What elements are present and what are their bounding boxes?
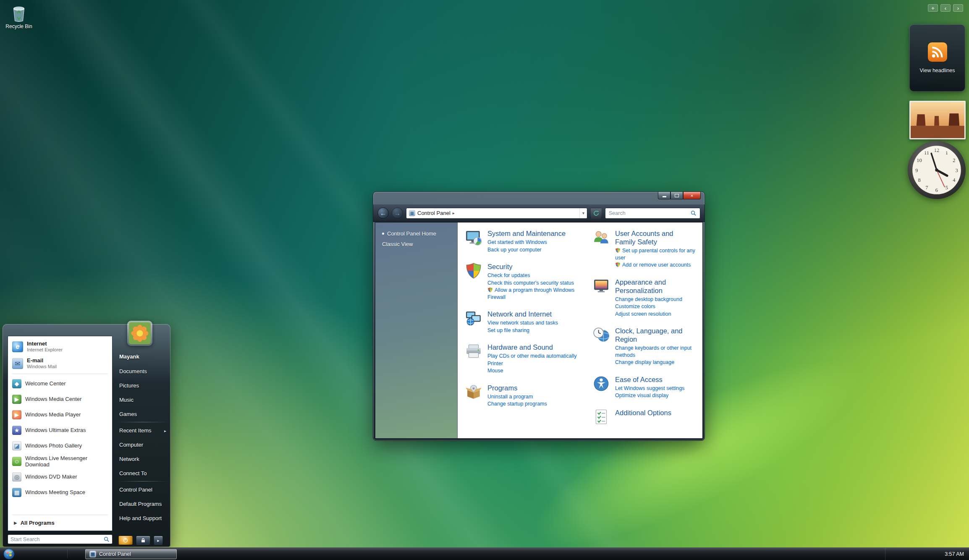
start-menu-right-item[interactable]: Music [116, 393, 170, 407]
all-programs[interactable]: ▶ All Programs [8, 517, 112, 529]
quick-launch-icon[interactable] [55, 550, 63, 558]
start-menu-right-item[interactable]: Connect To [116, 466, 170, 480]
back-button[interactable]: ← [377, 207, 389, 219]
address-bar[interactable]: ▦ Control Panel ▸ ▾ [406, 208, 587, 219]
start-menu-item[interactable]: ◪ Windows Photo Gallery [8, 438, 112, 453]
start-menu-right-item[interactable]: Games [116, 407, 170, 421]
category-title-link[interactable]: Programs [487, 384, 547, 392]
category-task-link[interactable]: Printer [487, 360, 577, 367]
category-title-link[interactable]: Hardware and Sound [487, 343, 577, 351]
shutdown-options-arrow[interactable]: ▸ [154, 536, 163, 545]
category-task-link[interactable]: Adjust screen resolution [615, 311, 695, 318]
category-task-link[interactable]: Uninstall a program [487, 393, 547, 400]
taskbar-clock[interactable]: 3:57 AM [943, 551, 969, 557]
breadcrumb-chevron-icon[interactable]: ▸ [453, 211, 455, 215]
add-gadget-button[interactable]: + [928, 4, 938, 12]
address-dropdown-icon[interactable]: ▾ [579, 208, 584, 218]
tray-icon[interactable] [932, 550, 940, 557]
breadcrumb-item[interactable]: Control Panel [417, 210, 450, 216]
start-menu-item[interactable]: ▶ Windows Media Center [8, 391, 112, 407]
user-name[interactable]: Mayank [116, 351, 170, 364]
start-menu-pinned-item[interactable]: ✉ E-mail Windows Mail [8, 355, 112, 372]
category-task-link[interactable]: Change desktop background [615, 296, 695, 303]
nav-item[interactable]: Classic View [375, 239, 457, 249]
category-task-link[interactable]: Check this computer's security status [487, 280, 586, 287]
start-menu-item[interactable]: ◆ Welcome Center [8, 376, 112, 391]
clock-gadget[interactable]: 123456789101112 [907, 140, 966, 200]
start-menu-right-item[interactable]: Recent Items [116, 423, 170, 437]
category-title-link[interactable]: Clock, Language, and Region [615, 327, 695, 343]
start-menu-right-item[interactable]: Control Panel [116, 482, 170, 497]
quick-launch-icon[interactable] [44, 550, 52, 558]
forward-button[interactable]: → [392, 207, 403, 219]
category-task-link[interactable]: Optimize visual display [615, 392, 684, 399]
category-task-link[interactable]: Customize colors [615, 303, 695, 310]
category-task-link[interactable]: Change display language [615, 359, 695, 366]
category-title-link[interactable]: User Accounts and Family Safety [615, 229, 695, 246]
category-title-link[interactable]: Additional Options [615, 408, 671, 417]
quick-launch-icon[interactable] [33, 550, 41, 558]
category-task-link[interactable]: Set up parental controls for any user [615, 247, 695, 261]
category-title-link[interactable]: Appearance and Personalization [615, 278, 695, 295]
category-task-link[interactable]: Check for updates [487, 272, 586, 279]
start-menu-right-item[interactable]: Pictures [116, 378, 170, 393]
start-menu-item[interactable]: ☺ Windows Live Messenger Download [8, 453, 112, 469]
start-menu-right-item[interactable]: Network [116, 452, 170, 466]
category-title-link[interactable]: Network and Internet [487, 310, 558, 318]
start-menu-item[interactable]: ▶ Windows Media Player [8, 407, 112, 422]
category-task-link[interactable]: Change keyboards or other input methods [615, 345, 695, 359]
window-titlebar[interactable]: × [373, 192, 704, 204]
gadgets-next-button[interactable]: › [953, 4, 963, 12]
system-tray [885, 548, 943, 560]
maximize-button[interactable] [670, 192, 683, 199]
start-menu-item[interactable]: ▦ Windows Meeting Space [8, 484, 112, 500]
slideshow-gadget[interactable] [909, 101, 966, 139]
category-task-link[interactable]: Let Windows suggest settings [615, 385, 684, 392]
category-task-link[interactable]: Set up file sharing [487, 327, 558, 334]
category-task-link[interactable]: View network status and tasks [487, 319, 558, 327]
right-item-label: Default Programs [119, 501, 162, 507]
category-task-link[interactable]: Get started with Windows [487, 239, 566, 246]
start-menu-right-item[interactable]: Help and Support [116, 511, 170, 525]
start-menu-item[interactable]: ★ Windows Ultimate Extras [8, 422, 112, 438]
search-icon [690, 210, 697, 216]
category-title-link[interactable]: Security [487, 262, 586, 271]
power-button[interactable] [118, 536, 133, 545]
category-task-link[interactable]: Allow a program through Windows Firewall [487, 287, 586, 301]
control-panel-icon: ▦ [409, 210, 415, 216]
start-search-input[interactable] [10, 536, 102, 542]
category-task-link[interactable]: Change startup programs [487, 400, 547, 408]
start-menu-right-item[interactable]: Documents [116, 364, 170, 378]
start-search[interactable] [8, 534, 113, 544]
pinned-programs: e Internet Internet Explorer ✉ E-mail Wi… [8, 338, 112, 372]
category-task-link[interactable]: Play CDs or other media automatically [487, 353, 577, 360]
window-search-input[interactable] [609, 210, 688, 216]
category-task-link[interactable]: Add or remove user accounts [615, 262, 695, 269]
recycle-bin[interactable]: Recycle Bin [4, 3, 34, 29]
refresh-button[interactable] [590, 208, 602, 219]
tray-icon[interactable] [911, 550, 918, 557]
pinned-item-sublabel: Internet Explorer [27, 347, 63, 353]
category-task-link[interactable]: Mouse [487, 367, 577, 374]
nav-item[interactable]: Control Panel Home [375, 228, 457, 239]
start-button[interactable] [3, 548, 15, 560]
gadgets-prev-button[interactable]: ‹ [940, 4, 951, 12]
tray-icon[interactable] [900, 550, 907, 557]
lock-button[interactable] [136, 536, 150, 545]
feed-headlines-gadget[interactable]: View headlines [909, 24, 965, 92]
start-menu-right-item[interactable]: Computer [116, 437, 170, 452]
taskbar-button-control-panel[interactable]: ▦ Control Panel [85, 549, 177, 559]
category-task-link[interactable]: Back up your computer [487, 246, 566, 254]
tray-icon[interactable] [889, 550, 896, 557]
window-search-box[interactable] [605, 208, 700, 219]
category-title-link[interactable]: Ease of Access [615, 375, 684, 384]
start-menu-right-item[interactable]: Default Programs [116, 497, 170, 511]
quick-launch-icon[interactable] [22, 550, 30, 558]
user-avatar[interactable] [127, 321, 152, 346]
tray-icon[interactable] [922, 550, 929, 557]
start-menu-pinned-item[interactable]: e Internet Internet Explorer [8, 338, 112, 355]
start-menu-item[interactable]: ◎ Windows DVD Maker [8, 469, 112, 484]
category-title-link[interactable]: System and Maintenance [487, 229, 566, 238]
close-button[interactable]: × [683, 192, 701, 199]
minimize-button[interactable] [658, 192, 670, 199]
